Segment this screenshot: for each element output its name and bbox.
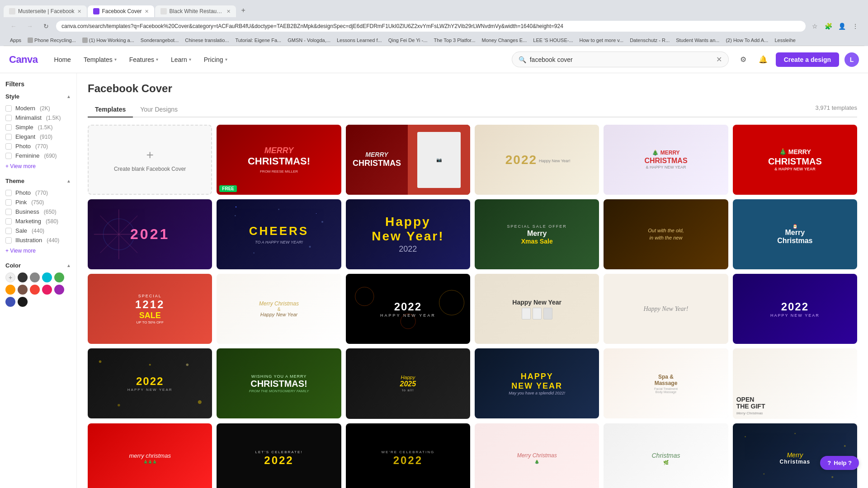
theme-sale-checkbox[interactable] (5, 228, 12, 234)
theme-pink[interactable]: Pink (750) (5, 197, 71, 207)
tab-close-1[interactable]: ✕ (77, 9, 81, 14)
color-swatch-custom[interactable]: + (5, 272, 15, 282)
bookmark-icon[interactable]: ☆ (809, 21, 820, 32)
theme-illustration[interactable]: Illustration (440) (5, 235, 71, 245)
theme-sale[interactable]: Sale (440) (5, 226, 71, 235)
nav-forward-button[interactable]: → (24, 20, 36, 33)
color-swatch-cyan[interactable] (42, 272, 52, 282)
color-swatch-black[interactable] (18, 272, 28, 282)
template-card-28[interactable]: Christmas 🌿 (604, 423, 728, 488)
color-swatch-pink[interactable] (42, 285, 52, 295)
color-swatch-darkest[interactable] (18, 297, 28, 307)
template-card-27[interactable]: Merry Christmas 🎄 (475, 423, 599, 488)
create-blank-card[interactable]: + Create blank Facebook Cover (88, 125, 212, 195)
color-swatch-orange[interactable] (5, 285, 15, 295)
template-card-18[interactable]: 2022 HAPPY NEW YEAR (88, 348, 212, 418)
theme-pink-checkbox[interactable] (5, 199, 12, 206)
color-swatch-purple[interactable] (54, 285, 64, 295)
tab-close-2[interactable]: ✕ (145, 9, 149, 14)
color-swatch-red[interactable] (30, 285, 40, 295)
bookmark-working[interactable]: (1) How Working a... (80, 37, 137, 44)
template-card-23[interactable]: OPENTHE GIFT Merry Christmas (733, 348, 857, 418)
style-simple[interactable]: Simple (1.5K) (5, 122, 71, 132)
theme-illustration-checkbox[interactable] (5, 237, 12, 244)
nav-templates[interactable]: Templates ▾ (78, 53, 122, 66)
bookmark-lessons[interactable]: Lessons Learned f... (334, 37, 385, 44)
style-photo[interactable]: Photo (770) (5, 141, 71, 151)
template-card-7[interactable]: CHEERS TO A HAPPY NEW YEAR! (217, 199, 341, 269)
template-card-25[interactable]: LET'S CELEBRATE! 2022 (217, 423, 341, 488)
notification-icon[interactable]: 🔔 (756, 52, 770, 67)
theme-business-checkbox[interactable] (5, 209, 12, 215)
template-card-16[interactable]: Happy New Year! (604, 274, 728, 344)
template-card-13[interactable]: Merry Christmas & Happy New Year (217, 274, 341, 344)
color-swatch-green[interactable] (54, 272, 64, 282)
bookmark-more-v[interactable]: How to get more v... (577, 37, 627, 44)
bookmark-datenschutz[interactable]: Datenschutz - R... (627, 37, 672, 44)
bookmark-apps[interactable]: Apps (7, 37, 24, 44)
tab-close-3[interactable]: ✕ (226, 9, 231, 14)
template-card-9[interactable]: SPECIAL SALE OFFER Merry Xmas Sale (475, 199, 599, 269)
style-photo-checkbox[interactable] (5, 143, 12, 150)
template-card-17[interactable]: 2022 HAPPY NEW YEAR (733, 274, 857, 344)
template-card-2[interactable]: Merry Christmas 📷 (346, 125, 470, 195)
template-card-3[interactable]: 2022 Happy New Year! (475, 125, 599, 195)
style-minimalist[interactable]: Minimalist (1.5K) (5, 113, 71, 122)
template-card-10[interactable]: Out with the old,in with the new (604, 199, 728, 269)
color-swatch-blue[interactable] (5, 297, 15, 307)
tab-facebook-cover[interactable]: Facebook Cover ✕ (88, 5, 154, 17)
theme-business[interactable]: Business (650) (5, 207, 71, 216)
template-card-20[interactable]: Happy 2025 to all! (346, 348, 470, 418)
bookmark-phone[interactable]: Phone Recycling... (25, 37, 79, 44)
style-modern-checkbox[interactable] (5, 105, 12, 112)
bookmark-lee[interactable]: LEE 'S HOUSE-... (530, 37, 576, 44)
theme-section-header[interactable]: Theme ▲ (5, 178, 71, 184)
template-card-21[interactable]: HAPPY NEW YEAR May you have a splendid 2… (475, 348, 599, 418)
extensions-icon[interactable]: 🧩 (823, 21, 834, 32)
style-elegant-checkbox[interactable] (5, 134, 12, 140)
tab-musterseite[interactable]: Musterseite | Facebook ✕ (4, 5, 87, 17)
template-card-8[interactable]: Happy New Year! 2022 (346, 199, 470, 269)
bookmark-chinese[interactable]: Chinese translatio... (182, 37, 231, 44)
profile-icon[interactable]: 👤 (836, 21, 847, 32)
bookmark-sonder[interactable]: Sonderangebot... (138, 37, 181, 44)
bookmark-howtoadd[interactable]: (2) How To Add A... (723, 37, 771, 44)
nav-features[interactable]: Features ▾ (124, 53, 164, 66)
tab-new-button[interactable]: + (237, 4, 250, 17)
bookmark-lessleihe[interactable]: Lessleihe (772, 37, 798, 44)
style-elegant[interactable]: Elegant (910) (5, 132, 71, 141)
bookmark-money[interactable]: Money Changes E... (479, 37, 530, 44)
theme-marketing[interactable]: Marketing (580) (5, 216, 71, 226)
color-section-header[interactable]: Color ▲ (5, 262, 71, 269)
nav-pricing[interactable]: Pricing ▾ (198, 53, 233, 66)
style-simple-checkbox[interactable] (5, 124, 12, 131)
template-card-11[interactable]: 🎅 Merry Christmas (733, 199, 857, 269)
nav-home[interactable]: Home (49, 53, 76, 66)
template-card-15[interactable]: Happy New Year (475, 274, 599, 344)
style-see-more[interactable]: + View more (5, 162, 71, 170)
template-card-14[interactable]: 2022 HAPPY NEW YEAR (346, 274, 470, 344)
template-card-5[interactable]: 🎄 Merry CHRISTMAS & Happy New Year (733, 125, 857, 195)
theme-photo-checkbox[interactable] (5, 190, 12, 196)
theme-marketing-checkbox[interactable] (5, 218, 12, 225)
bookmark-tutorial[interactable]: Tutorial: Eigene Fa... (232, 37, 284, 44)
browser-menu-icon[interactable]: ⋮ (850, 21, 861, 32)
bookmark-qing[interactable]: Qing Fei De Yi -... (386, 37, 430, 44)
style-modern[interactable]: Modern (2K) (5, 103, 71, 113)
template-card-19[interactable]: WISHING YOU A MERRY CHRISTMAS! FROM THE … (217, 348, 341, 418)
color-swatch-gray[interactable] (30, 272, 40, 282)
bookmark-student[interactable]: Student Wants an... (673, 37, 722, 44)
style-feminine[interactable]: Feminine (690) (5, 151, 71, 160)
bookmark-gmsn[interactable]: GMSN - Vologda,... (285, 37, 333, 44)
canva-logo[interactable]: Canva (9, 54, 38, 66)
template-card-22[interactable]: Spa & Massage Facial TreatmentBody Massa… (604, 348, 728, 418)
help-button[interactable]: ? Help ? (820, 456, 859, 470)
template-card-12[interactable]: SPECIAL 1212 SALE UP TO 50% OFF (88, 274, 212, 344)
template-card-4[interactable]: 🎄 Merry CHRISTMAS & Happy New Year (604, 125, 728, 195)
template-card-6[interactable]: 2021 (88, 199, 212, 269)
tab-bwrestaurant[interactable]: Black White Restaurant Typo... ✕ (155, 5, 236, 17)
theme-see-more[interactable]: + View more (5, 247, 71, 255)
style-feminine-checkbox[interactable] (5, 153, 12, 159)
template-card-26[interactable]: WE'RE CELEBRATING 2022 (346, 423, 470, 488)
avatar[interactable]: L (844, 52, 859, 67)
